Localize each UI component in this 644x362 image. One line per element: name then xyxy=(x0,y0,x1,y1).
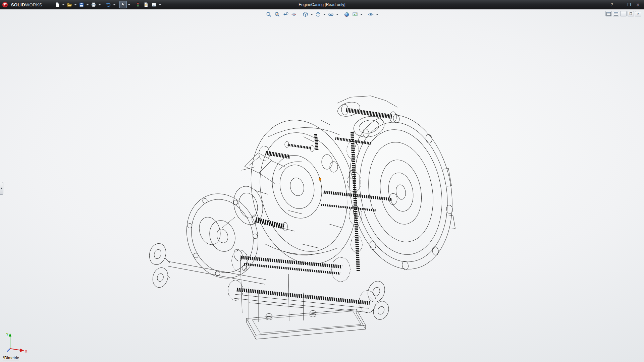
chevron-down-icon xyxy=(128,4,130,5)
options-dropdown[interactable] xyxy=(158,1,162,8)
view-settings-dropdown[interactable] xyxy=(376,11,379,18)
chevron-down-icon xyxy=(376,14,378,15)
new-document-icon xyxy=(55,2,60,7)
previous-view-icon xyxy=(283,11,289,17)
file-properties-icon xyxy=(143,2,149,7)
zoom-to-area-icon xyxy=(274,11,280,17)
brand-works: WORKS xyxy=(25,2,42,7)
rebuild-button[interactable] xyxy=(134,1,142,8)
open-icon xyxy=(67,2,72,7)
view-orientation-cube-icon xyxy=(303,11,309,17)
view-orientation-label: *Dimetric xyxy=(3,356,19,361)
display-style-button[interactable] xyxy=(315,11,322,18)
view-orientation-dropdown[interactable] xyxy=(310,11,314,18)
previous-view-button[interactable] xyxy=(282,11,289,18)
section-view-button[interactable] xyxy=(290,11,298,18)
split-window-button[interactable] xyxy=(613,11,619,16)
open-dropdown[interactable] xyxy=(74,1,77,8)
hide-show-items-button[interactable] xyxy=(327,11,335,18)
y-axis-arrow xyxy=(9,333,11,337)
save-button[interactable] xyxy=(78,1,85,8)
featuremanager-collapsed-tab[interactable] xyxy=(0,182,3,195)
z-axis xyxy=(7,349,10,352)
graphics-area[interactable]: – ❐ ✕ xyxy=(0,9,644,362)
chevron-down-icon xyxy=(62,4,64,5)
titlebar-toolbar xyxy=(54,1,162,8)
file-properties-button[interactable] xyxy=(142,1,150,8)
zoom-to-fit-button[interactable] xyxy=(265,11,273,18)
chevron-down-icon xyxy=(74,4,76,5)
window-controls: ? – ❐ ✕ xyxy=(608,0,642,9)
select-button[interactable] xyxy=(119,1,127,8)
hide-show-items-dropdown[interactable] xyxy=(336,11,339,18)
chevron-down-icon xyxy=(159,4,161,5)
chevron-right-icon xyxy=(1,187,2,190)
new-document-dropdown[interactable] xyxy=(62,1,65,8)
x-axis-arrow xyxy=(20,349,24,352)
print-button[interactable] xyxy=(90,1,97,8)
maximize-restore-button[interactable]: ❐ xyxy=(625,1,633,8)
save-icon xyxy=(79,2,84,7)
undo-dropdown[interactable] xyxy=(113,1,116,8)
document-restore-button[interactable]: ❐ xyxy=(628,11,634,16)
chevron-down-icon xyxy=(113,4,115,5)
document-close-button[interactable]: ✕ xyxy=(635,11,641,16)
zoom-to-fit-icon xyxy=(266,11,272,17)
brand-solid: SOLID xyxy=(11,2,25,7)
heads-up-view-toolbar xyxy=(265,11,379,18)
select-cursor-icon xyxy=(120,2,126,7)
rebuild-traffic-light-icon xyxy=(135,2,141,7)
solidworks-logo-icon xyxy=(2,2,9,8)
view-settings-eye-icon xyxy=(368,11,374,17)
help-button[interactable]: ? xyxy=(608,1,616,8)
split-window-icon xyxy=(614,12,618,16)
options-icon xyxy=(151,2,157,7)
chevron-down-icon xyxy=(99,4,101,5)
edit-appearance-button[interactable] xyxy=(343,11,351,18)
print-dropdown[interactable] xyxy=(98,1,101,8)
x-axis-label: X xyxy=(25,349,28,353)
minimize-button[interactable]: – xyxy=(616,1,625,8)
print-icon xyxy=(91,2,96,7)
chevron-down-icon xyxy=(311,14,313,15)
reference-triad[interactable]: Y X xyxy=(5,332,28,354)
hide-show-glasses-icon xyxy=(328,11,334,17)
chevron-down-icon xyxy=(324,14,326,15)
apply-scene-icon xyxy=(352,11,358,17)
new-document-button[interactable] xyxy=(54,1,61,8)
undo-button[interactable] xyxy=(105,1,112,8)
apply-scene-dropdown[interactable] xyxy=(360,11,363,18)
titlebar: SOLIDWORKS xyxy=(0,0,644,9)
window-pane-icon xyxy=(606,12,611,16)
chevron-down-icon xyxy=(361,14,363,15)
brand: SOLIDWORKS xyxy=(2,2,42,8)
edit-appearance-ball-icon xyxy=(344,11,350,17)
section-view-icon xyxy=(291,11,297,17)
undo-icon xyxy=(106,2,111,7)
selection-point xyxy=(319,178,321,181)
new-window-button[interactable] xyxy=(605,11,612,16)
display-style-dropdown[interactable] xyxy=(323,11,326,18)
close-button[interactable]: ✕ xyxy=(634,1,642,8)
chevron-down-icon xyxy=(87,4,89,5)
view-orientation-button[interactable] xyxy=(302,11,309,18)
view-settings-button[interactable] xyxy=(367,11,375,18)
y-axis-label: Y xyxy=(6,332,9,336)
apply-scene-button[interactable] xyxy=(352,11,359,18)
brand-text: SOLIDWORKS xyxy=(11,2,42,7)
chevron-down-icon xyxy=(336,14,338,15)
display-style-icon xyxy=(315,11,321,17)
open-button[interactable] xyxy=(66,1,73,8)
document-minimize-button[interactable]: – xyxy=(620,11,627,16)
wireframe-model xyxy=(0,9,644,362)
options-button[interactable] xyxy=(150,1,158,8)
save-dropdown[interactable] xyxy=(86,1,89,8)
document-window-controls: – ❐ ✕ xyxy=(605,11,641,16)
solidworks-window: SOLIDWORKS xyxy=(0,0,644,362)
select-dropdown[interactable] xyxy=(127,1,131,8)
zoom-to-area-button[interactable] xyxy=(274,11,281,18)
